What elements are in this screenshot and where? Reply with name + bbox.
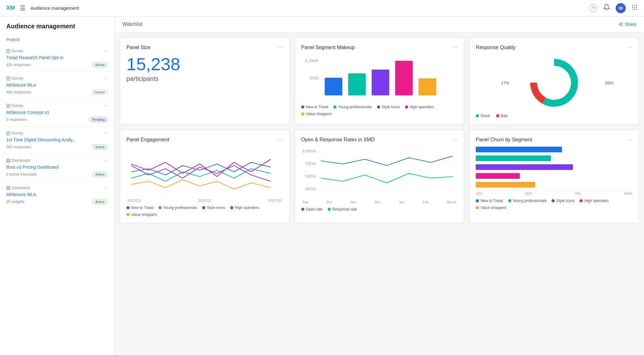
legend-label: High spenders <box>410 105 434 109</box>
status-badge: Closed <box>91 89 108 95</box>
churn-bar-row <box>476 155 632 161</box>
panel-size-card: Panel Size ··· 15,238 participants <box>120 37 290 125</box>
item-footer: 0 responses Pending <box>6 117 108 122</box>
card-title: Open & Response Rates in XMD <box>301 137 375 143</box>
item-menu-icon[interactable]: ··· <box>104 185 108 191</box>
avatar[interactable]: W <box>616 3 626 13</box>
xm-logo[interactable]: XM <box>6 5 15 11</box>
churn-bar-chart <box>476 147 632 188</box>
svg-point-8 <box>636 9 637 10</box>
card-menu-icon[interactable]: ··· <box>278 136 283 143</box>
card-title: Panel Engagement <box>126 137 169 143</box>
status-badge: Active <box>92 199 108 205</box>
chart-legend: Open rate Response rate <box>301 207 458 211</box>
churn-bar-row <box>476 147 632 152</box>
chart-legend: New to Tread Young professionals Style i… <box>476 199 632 210</box>
churn-bar-row <box>476 173 632 179</box>
card-menu-icon[interactable]: ··· <box>628 44 632 51</box>
legend-dot <box>496 114 499 117</box>
legend-item: Value shoppers <box>126 212 157 217</box>
status-badge: Active <box>92 144 108 150</box>
svg-line-42 <box>620 25 621 25</box>
item-footer: 3 active intercepts Active <box>6 172 108 177</box>
item-name[interactable]: Tread Research Panel Opt-In <box>6 55 108 60</box>
list-item: Survey ··· Tread Research Panel Opt-In 4… <box>0 44 114 72</box>
item-menu-icon[interactable]: ··· <box>104 76 108 81</box>
legend-item: Style icons <box>552 199 575 203</box>
share-button[interactable]: Share <box>619 22 636 27</box>
item-menu-icon[interactable]: ··· <box>104 48 108 54</box>
svg-point-1 <box>634 5 635 6</box>
chart-legend: New to Tread Young professionals Style i… <box>301 105 458 116</box>
item-header: Survey ··· <box>6 103 108 109</box>
legend-label: New to Tread <box>306 105 328 109</box>
panel-engagement-card: Panel Engagement ··· <box>120 130 290 223</box>
hamburger-icon[interactable]: ☰ <box>20 4 25 12</box>
item-footer: 28 widgets Active <box>6 199 108 205</box>
bad-pct-label: 17% <box>501 81 509 85</box>
item-type: Survey <box>6 49 23 53</box>
legend-dot <box>230 206 233 209</box>
item-type: Dashboard <box>6 186 30 190</box>
card-menu-icon[interactable]: ··· <box>628 136 632 143</box>
legend-label: Value shoppers <box>306 112 332 116</box>
legend-item: Response rate <box>328 207 357 211</box>
item-responses: 28 widgets <box>6 200 24 204</box>
svg-rect-51 <box>372 70 389 95</box>
item-type: Survey <box>6 76 23 81</box>
engagement-chart <box>126 147 283 199</box>
apps-icon[interactable] <box>631 4 638 12</box>
item-menu-icon[interactable]: ··· <box>104 130 108 136</box>
bell-icon[interactable] <box>603 4 610 12</box>
donut-legend: Good Bad <box>476 114 632 118</box>
legend-item: Good <box>476 114 490 118</box>
panel-churn-card: Panel Churn by Segment ··· <box>469 130 639 223</box>
svg-point-41 <box>621 25 622 26</box>
svg-point-3 <box>632 7 633 8</box>
svg-point-0 <box>632 5 633 6</box>
list-item: Survey ··· 1st Time Digital Discounting … <box>0 127 114 154</box>
item-name[interactable]: Boot v3 Pricing Dashboard <box>6 165 108 170</box>
legend-dot <box>552 199 555 202</box>
item-header: Survey ··· <box>6 76 108 81</box>
legend-label: Young professionals <box>338 105 372 109</box>
legend-dot <box>202 206 205 209</box>
legend-item: New to Tread <box>301 105 328 109</box>
item-header: Survey ··· <box>6 48 108 54</box>
panel-size-label: participants <box>126 75 283 82</box>
open-response-rates-card: Open & Response Rates in XMD ··· 100% 75… <box>295 130 464 223</box>
sidebar-title: Audience management <box>0 23 114 35</box>
item-menu-icon[interactable]: ··· <box>104 158 108 163</box>
item-header: Dashboard ··· <box>6 185 108 191</box>
legend-item: High spenders <box>580 199 608 203</box>
status-badge: Pending <box>89 117 108 122</box>
item-name[interactable]: Athleisure Concept v1 <box>6 110 108 115</box>
card-title: Response Quality <box>476 45 515 50</box>
item-responses: 3 active intercepts <box>6 172 37 177</box>
card-menu-icon[interactable]: ··· <box>453 136 458 143</box>
card-menu-icon[interactable]: ··· <box>278 44 283 51</box>
svg-point-7 <box>634 9 635 10</box>
item-name[interactable]: Athleisure MLA <box>6 82 108 87</box>
card-menu-icon[interactable]: ··· <box>453 44 458 51</box>
rates-chart: 100% 75% 50% 25% <box>301 147 458 200</box>
item-menu-icon[interactable]: ··· <box>104 103 108 109</box>
list-item: Survey ··· Athleisure Concept v1 0 respo… <box>0 99 114 127</box>
topnav: XM ☰ Audience management ? W <box>0 0 644 16</box>
legend-dot <box>301 208 304 211</box>
watchlist-label: Watchlist <box>122 21 142 27</box>
help-icon[interactable]: ? <box>589 4 597 12</box>
churn-bar <box>476 182 535 188</box>
item-header: Dashboard ··· <box>6 158 108 163</box>
item-name[interactable]: 1st Time Digital Discounting Analy... <box>6 137 108 142</box>
chart-legend: New to Tread Young professionals Style i… <box>126 206 283 217</box>
legend-item: Open rate <box>301 207 323 211</box>
item-name[interactable]: Athleisure MLA <box>6 192 108 197</box>
legend-item: Style icons <box>377 105 400 109</box>
item-footer: 400 responses Closed <box>6 89 108 95</box>
legend-label: Response rate <box>332 207 357 211</box>
legend-dot <box>333 105 336 109</box>
card-header: Panel Segment Makeup ··· <box>301 44 458 51</box>
chart-x-axis: 2020 Q1 2020 Q2 2020 Q3 <box>126 199 283 202</box>
legend-label: Style icons <box>207 206 225 210</box>
